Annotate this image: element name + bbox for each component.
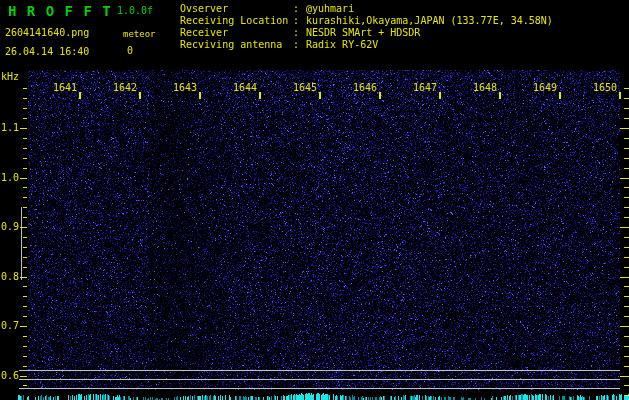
freq-axis-unit-label: kHz bbox=[1, 71, 19, 82]
freq-tick-label: 0.7 bbox=[0, 320, 19, 332]
freq-minor-tick bbox=[23, 346, 27, 347]
time-tick-label: 1650 bbox=[592, 82, 618, 93]
freq-minor-tick bbox=[23, 237, 27, 238]
freq-major-tick-right bbox=[620, 227, 629, 228]
freq-minor-tick bbox=[23, 385, 27, 386]
time-tick bbox=[379, 92, 381, 99]
freq-major-tick-right bbox=[620, 128, 629, 129]
freq-minor-tick-right bbox=[624, 336, 629, 337]
app-version: 1.0.0f bbox=[117, 5, 153, 16]
info-label: Receiver bbox=[180, 27, 293, 39]
app-title: H R O F F T bbox=[8, 3, 112, 19]
time-tick bbox=[319, 92, 321, 99]
freq-minor-tick-right bbox=[624, 187, 629, 188]
time-tick-label: 1647 bbox=[412, 82, 438, 93]
freq-minor-tick-right bbox=[624, 385, 629, 386]
time-tick-label: 1641 bbox=[52, 82, 78, 93]
freq-minor-tick-right bbox=[624, 118, 629, 119]
info-row-receiver: Receiver:NESDR SMArt + HDSDR bbox=[180, 27, 553, 39]
info-colon: : bbox=[293, 3, 306, 15]
freq-minor-tick bbox=[23, 306, 27, 307]
time-tick-label: 1646 bbox=[352, 82, 378, 93]
freq-minor-tick bbox=[23, 207, 27, 208]
freq-major-tick bbox=[20, 178, 27, 179]
freq-minor-tick-right bbox=[624, 217, 629, 218]
freq-minor-tick-right bbox=[624, 158, 629, 159]
info-row-location: Receiving Location:kurashiki,Okayama,JAP… bbox=[180, 15, 553, 27]
time-tick-label: 1648 bbox=[472, 82, 498, 93]
info-colon: : bbox=[293, 27, 306, 39]
observer-info-block: Ovserver:@yuhmari Receiving Location:kur… bbox=[180, 3, 553, 51]
freq-major-tick bbox=[20, 326, 27, 327]
freq-minor-tick-right bbox=[624, 88, 629, 89]
freq-major-tick-right bbox=[620, 178, 629, 179]
info-colon: : bbox=[293, 15, 306, 27]
info-colon: : bbox=[293, 39, 306, 51]
freq-minor-tick bbox=[23, 197, 27, 198]
freq-minor-tick-right bbox=[624, 148, 629, 149]
freq-minor-tick-right bbox=[624, 395, 629, 396]
freq-minor-tick-right bbox=[624, 237, 629, 238]
info-row-antenna: Recviving antenna:Radix RY-62V bbox=[180, 39, 553, 51]
freq-major-tick bbox=[20, 277, 27, 278]
time-tick bbox=[259, 92, 261, 99]
freq-major-tick-right bbox=[620, 277, 629, 278]
freq-tick-label: 0.8 bbox=[0, 271, 19, 283]
reference-line bbox=[19, 370, 620, 371]
time-tick-label: 1643 bbox=[172, 82, 198, 93]
freq-major-tick-right bbox=[620, 376, 629, 377]
freq-minor-tick-right bbox=[624, 346, 629, 347]
freq-minor-tick-right bbox=[624, 366, 629, 367]
freq-minor-tick bbox=[23, 138, 27, 139]
freq-minor-tick-right bbox=[624, 306, 629, 307]
freq-minor-tick bbox=[23, 217, 27, 218]
freq-minor-tick bbox=[23, 98, 27, 99]
freq-minor-tick bbox=[23, 187, 27, 188]
freq-tick-label: 0.9 bbox=[0, 221, 19, 233]
freq-minor-tick bbox=[23, 296, 27, 297]
freq-minor-tick-right bbox=[624, 296, 629, 297]
freq-minor-tick-right bbox=[624, 197, 629, 198]
info-label: Receiving Location bbox=[180, 15, 293, 27]
time-tick bbox=[499, 92, 501, 99]
freq-minor-tick bbox=[23, 88, 27, 89]
frequency-marker-bar bbox=[21, 207, 22, 280]
freq-minor-tick bbox=[23, 267, 27, 268]
reference-line bbox=[19, 388, 620, 389]
freq-minor-tick bbox=[23, 366, 27, 367]
time-tick bbox=[139, 92, 141, 99]
freq-minor-tick bbox=[23, 168, 27, 169]
hrofft-spectrogram-screen: H R O F F T 1.0.0f 2604141640.png 26.04.… bbox=[0, 0, 629, 400]
freq-minor-tick bbox=[23, 108, 27, 109]
meteor-count-value: 0 bbox=[127, 45, 133, 56]
freq-major-tick-right bbox=[620, 326, 629, 327]
info-label: Recviving antenna bbox=[180, 39, 293, 51]
freq-minor-tick-right bbox=[624, 356, 629, 357]
time-tick bbox=[619, 92, 621, 99]
info-value: Radix RY-62V bbox=[306, 39, 378, 51]
freq-minor-tick-right bbox=[624, 316, 629, 317]
output-filename: 2604141640.png bbox=[5, 27, 89, 38]
time-tick-label: 1645 bbox=[292, 82, 318, 93]
freq-minor-tick-right bbox=[624, 168, 629, 169]
time-tick bbox=[559, 92, 561, 99]
time-tick-label: 1642 bbox=[112, 82, 138, 93]
freq-minor-tick bbox=[23, 316, 27, 317]
freq-minor-tick-right bbox=[624, 138, 629, 139]
freq-major-tick bbox=[20, 376, 27, 377]
freq-tick-label: 0.6 bbox=[0, 370, 19, 382]
info-label: Ovserver bbox=[180, 3, 293, 15]
freq-minor-tick bbox=[23, 356, 27, 357]
time-tick bbox=[439, 92, 441, 99]
freq-minor-tick-right bbox=[624, 98, 629, 99]
freq-tick-label: 1.0 bbox=[0, 172, 19, 184]
reference-line bbox=[19, 379, 620, 380]
freq-minor-tick-right bbox=[624, 207, 629, 208]
freq-minor-tick-right bbox=[624, 257, 629, 258]
freq-minor-tick-right bbox=[624, 286, 629, 287]
info-value: kurashiki,Okayama,JAPAN (133.77E, 34.58N… bbox=[306, 15, 553, 27]
freq-minor-tick-right bbox=[624, 267, 629, 268]
freq-minor-tick bbox=[23, 148, 27, 149]
freq-tick-label: 1.1 bbox=[0, 122, 19, 134]
time-tick bbox=[79, 92, 81, 99]
